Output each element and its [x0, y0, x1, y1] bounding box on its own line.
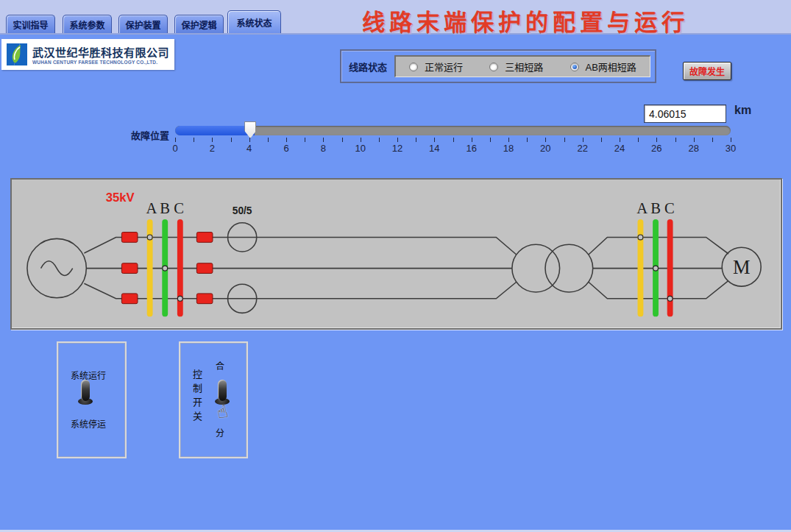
- fault-position-value[interactable]: 4.06015: [644, 104, 726, 123]
- slider-tick: [508, 138, 509, 142]
- toggle-stick[interactable]: [81, 380, 90, 401]
- slider-tick-label: 6: [283, 143, 288, 154]
- breaker-indicator[interactable]: [196, 294, 213, 304]
- slider-tick-label: 16: [466, 143, 476, 154]
- line-status-radio[interactable]: 正常运行: [409, 60, 463, 74]
- tap-node: [638, 235, 643, 240]
- slider-ticks: [175, 138, 731, 143]
- fault-occur-button[interactable]: 故障发生: [683, 62, 731, 80]
- slider-tick-label: 28: [688, 143, 698, 154]
- km-unit-label: km: [734, 104, 751, 117]
- tab-protection-logic[interactable]: 保护逻辑: [174, 15, 224, 33]
- slider-tick-label: 12: [392, 143, 402, 154]
- slider-tick: [212, 138, 213, 142]
- line-status-panel: 正常运行 三相短路 AB两相短路: [394, 55, 650, 77]
- slider-tick: [416, 138, 416, 142]
- line-status-label: 线路状态: [341, 60, 394, 74]
- tap-node: [163, 266, 168, 271]
- tab-system-status[interactable]: 系统状态: [227, 10, 281, 33]
- slider-tick: [601, 138, 602, 142]
- slider-tick-labels: 024681012141618202224262830: [175, 143, 731, 155]
- breaker-indicator[interactable]: [121, 294, 138, 304]
- slider-tick: [472, 138, 472, 142]
- slider-tick: [194, 138, 194, 142]
- slider-tick: [434, 138, 435, 142]
- line-status-group: 线路状态 正常运行 三相短路 AB两相短路: [340, 49, 656, 83]
- radio-label: AB两相短路: [586, 60, 636, 74]
- company-name-en: WUHAN CENTURY FARSEE TECHNOLOGY CO.,LTD.: [32, 60, 169, 65]
- slider-tick: [583, 138, 584, 142]
- line-status-radio[interactable]: AB两相短路: [570, 60, 636, 74]
- slider-tick-label: 8: [321, 143, 326, 154]
- slider-tick-label: 10: [355, 143, 365, 154]
- company-logo: 武汉世纪华胜科技有限公司 WUHAN CENTURY FARSEE TECHNO…: [1, 39, 174, 70]
- slider-tick: [305, 138, 305, 142]
- close-position-label: 合: [216, 359, 224, 372]
- ct-ratio-label: 50/5: [233, 205, 252, 216]
- slider-tick: [379, 138, 380, 142]
- slider-tick: [397, 138, 398, 142]
- tab-training-guide[interactable]: 实训指导: [6, 15, 55, 33]
- line-status-radio[interactable]: 三相短路: [489, 60, 543, 74]
- voltage-label: 35kV: [106, 191, 135, 205]
- bus-bar-a-right: [638, 219, 644, 316]
- tap-node: [177, 296, 182, 301]
- system-run-toggle[interactable]: [76, 380, 95, 405]
- slider-fill: [175, 126, 255, 135]
- slider-tick-label: 22: [577, 143, 587, 154]
- transformer-symbol: [512, 244, 593, 292]
- tap-node: [653, 266, 659, 271]
- slider-tick-label: 26: [651, 143, 661, 154]
- slider-tick: [286, 138, 287, 142]
- radio-label: 正常运行: [425, 60, 463, 74]
- open-position-label: 分: [216, 426, 224, 439]
- slider-tick: [675, 138, 676, 142]
- circuit-diagram-panel: M 35kV A B C 50/5 A B C: [10, 178, 782, 330]
- slider-tick: [231, 138, 232, 142]
- slider-tick-label: 24: [614, 143, 625, 154]
- slider-tick: [249, 138, 250, 142]
- slider-tick-label: 4: [246, 143, 252, 154]
- bus-bar-a-left: [147, 219, 153, 316]
- fault-position-slider[interactable]: [175, 126, 731, 135]
- control-switch-label: 控制开关: [190, 369, 204, 425]
- system-run-panel: 系统运行 系统停运: [57, 341, 127, 458]
- breaker-indicator[interactable]: [196, 263, 213, 274]
- phase-labels-right: A B C: [636, 200, 674, 216]
- slider-tick-label: 20: [540, 143, 550, 154]
- slider-tick: [620, 138, 620, 142]
- tap-node: [667, 296, 673, 301]
- slider-tick: [638, 138, 639, 142]
- slider-tick: [175, 138, 176, 142]
- slider-tick: [453, 138, 454, 142]
- radio-icon[interactable]: [489, 63, 498, 71]
- toggle-stick[interactable]: [218, 380, 227, 401]
- breaker-indicator[interactable]: [121, 263, 138, 274]
- control-switch-panel: 合 控制开关 ☝ 分: [179, 341, 248, 458]
- generator-symbol: [27, 238, 86, 297]
- circuit-diagram: M 35kV A B C 50/5 A B C: [12, 180, 781, 328]
- motor-label: M: [733, 256, 751, 278]
- breaker-indicator[interactable]: [196, 233, 213, 243]
- fault-position-label: 故障位置: [131, 128, 169, 142]
- bus-bar-c-right: [667, 219, 673, 316]
- slider-tick: [490, 138, 491, 142]
- radio-icon[interactable]: [570, 63, 579, 71]
- breaker-indicator[interactable]: [121, 233, 138, 243]
- slider-tick-label: 14: [429, 143, 439, 154]
- radio-label: 三相短路: [505, 60, 543, 74]
- company-name-cn: 武汉世纪华胜科技有限公司: [32, 44, 169, 60]
- slider-tick: [527, 138, 528, 142]
- tab-protection-device[interactable]: 保护装置: [118, 15, 168, 33]
- tab-system-params[interactable]: 系统参数: [63, 15, 112, 33]
- slider-tick: [731, 138, 731, 142]
- slider-tick-label: 2: [210, 143, 215, 154]
- radio-icon[interactable]: [409, 63, 418, 71]
- system-stop-label: 系统停运: [71, 417, 106, 430]
- slider-tick-label: 0: [172, 143, 177, 154]
- slider-tick: [323, 138, 324, 142]
- bus-bar-c-left: [177, 219, 183, 316]
- slider-thumb[interactable]: [244, 121, 256, 138]
- slider-tick: [712, 138, 713, 142]
- slider-tick: [564, 138, 565, 142]
